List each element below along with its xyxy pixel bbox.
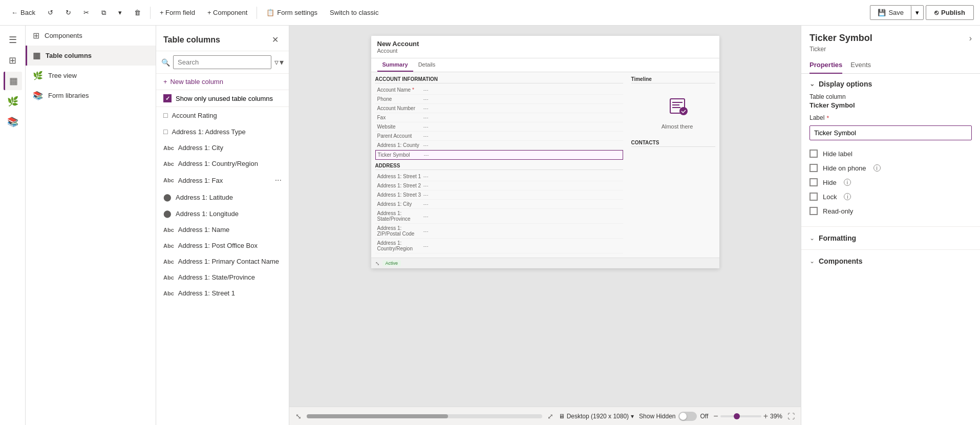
show-hidden-label: Show Hidden xyxy=(639,413,675,420)
filter-chevron-icon: ▾ xyxy=(280,57,284,67)
chevron-down-icon: ⌄ xyxy=(809,80,815,88)
delete-button[interactable]: 🗑 xyxy=(129,6,146,19)
back-button[interactable]: ← Back xyxy=(6,6,40,19)
form-left-column: ACCOUNT INFORMATION Account Name * --- P… xyxy=(371,72,627,258)
components-icon-button[interactable]: ⊞ xyxy=(4,51,22,70)
component-button[interactable]: + Component xyxy=(202,6,252,19)
row-dots: --- xyxy=(423,201,429,207)
list-item[interactable]: ⬤ Address 1: Latitude xyxy=(156,189,289,205)
read-only-option[interactable]: Read-only xyxy=(809,204,972,218)
nav-item-form-libraries[interactable]: 📚 Form libraries xyxy=(26,86,156,105)
copy-button[interactable]: ⧉ xyxy=(96,6,111,20)
row-dots: --- xyxy=(423,124,429,130)
right-panel: Ticker Symbol › Ticker Properties Events… xyxy=(801,26,980,425)
tree-view-label: Tree view xyxy=(48,72,77,79)
rp-expand-button[interactable]: › xyxy=(969,34,972,43)
save-dropdown-button[interactable]: ▾ xyxy=(911,6,923,19)
desktop-button[interactable]: 🖥 Desktop (1920 x 1080) ▾ xyxy=(559,413,634,420)
redo-button[interactable]: ↻ xyxy=(60,6,76,19)
publish-button[interactable]: ⎋ Publish xyxy=(926,5,974,20)
tc-search-bar: 🔍 ▿ ▾ xyxy=(156,51,289,74)
item-icon: Abc xyxy=(163,290,174,296)
form-footer: ⤡ Active xyxy=(371,258,719,268)
lock-checkbox[interactable] xyxy=(809,193,818,201)
hide-on-phone-option[interactable]: Hide on phone i xyxy=(809,161,972,175)
ticker-symbol-row[interactable]: Ticker Symbol --- xyxy=(375,150,623,160)
form-libraries-icon-button[interactable]: 📚 xyxy=(4,113,22,131)
hide-label-checkbox[interactable] xyxy=(809,150,818,158)
hide-option[interactable]: Hide i xyxy=(809,175,972,189)
desktop-chevron-icon: ▾ xyxy=(631,413,634,420)
horizontal-scrollbar[interactable] xyxy=(307,414,542,418)
show-unused-row[interactable]: Show only unused table columns xyxy=(156,90,289,107)
list-item[interactable]: □ Account Rating xyxy=(156,107,289,123)
row-dots: --- xyxy=(423,105,429,111)
list-item[interactable]: □ Address 1: Address Type xyxy=(156,123,289,140)
list-item[interactable]: Abc Address 1: Primary Contact Name xyxy=(156,253,289,269)
nav-item-table-columns[interactable]: ▦ Table columns xyxy=(26,46,156,66)
form-content: ACCOUNT INFORMATION Account Name * --- P… xyxy=(371,72,719,258)
tab-properties[interactable]: Properties xyxy=(809,57,842,74)
list-item[interactable]: Abc Address 1: Country/Region xyxy=(156,156,289,172)
cut-button[interactable]: ✂ xyxy=(78,6,94,19)
filter-button[interactable]: ▿ ▾ xyxy=(274,57,284,67)
form-settings-button[interactable]: 📋 Form settings xyxy=(261,6,323,19)
tree-view-icon-button[interactable]: 🌿 xyxy=(4,92,22,111)
list-item[interactable]: Abc Address 1: Post Office Box xyxy=(156,238,289,253)
more-options-icon[interactable]: ··· xyxy=(275,176,282,185)
lock-option[interactable]: Lock i xyxy=(809,189,972,204)
show-unused-checkbox[interactable] xyxy=(163,94,172,102)
read-only-checkbox[interactable] xyxy=(809,207,818,215)
redo-icon: ↻ xyxy=(66,9,71,16)
switch-classic-button[interactable]: Switch to classic xyxy=(325,6,384,19)
list-item[interactable]: Abc Address 1: Street 1 xyxy=(156,285,289,301)
hide-info-icon[interactable]: i xyxy=(844,179,851,186)
fullscreen-icon[interactable]: ⛶ xyxy=(787,412,795,420)
new-column-button[interactable]: + New table column xyxy=(156,74,289,90)
nav-item-tree-view[interactable]: 🌿 Tree view xyxy=(26,66,156,86)
list-item[interactable]: Abc Address 1: City xyxy=(156,140,289,156)
zoom-minus-button[interactable]: − xyxy=(713,412,718,421)
zoom-plus-button[interactable]: + xyxy=(763,412,768,421)
tc-close-button[interactable]: ✕ xyxy=(269,34,282,46)
undo-button[interactable]: ↺ xyxy=(42,6,58,19)
components-section[interactable]: ⌄ Components xyxy=(801,252,980,270)
tab-summary[interactable]: Summary xyxy=(377,58,413,72)
search-input[interactable] xyxy=(173,55,271,69)
hamburger-button[interactable]: ☰ xyxy=(4,31,22,49)
dropdown-button[interactable]: ▾ xyxy=(113,6,127,19)
display-options-header[interactable]: ⌄ Display options xyxy=(809,80,972,88)
list-item[interactable]: Abc Address 1: State/Province xyxy=(156,269,289,285)
hide-on-phone-checkbox[interactable] xyxy=(809,164,818,172)
formatting-section[interactable]: ⌄ Formatting xyxy=(801,229,980,247)
rp-subtitle: Ticker xyxy=(801,46,980,57)
label-input[interactable] xyxy=(809,125,972,140)
nav-item-components[interactable]: ⊞ Components xyxy=(26,26,156,46)
list-item[interactable]: Abc Address 1: Name xyxy=(156,222,289,238)
hide-checkbox[interactable] xyxy=(809,178,818,186)
resize-right-icon[interactable]: ⤢ xyxy=(547,412,553,420)
item-icon: Abc xyxy=(163,274,174,281)
lock-info-icon[interactable]: i xyxy=(844,193,851,200)
tab-details[interactable]: Details xyxy=(413,58,441,72)
list-item[interactable]: Abc Address 1: Fax ··· xyxy=(156,172,289,189)
required-asterisk: * xyxy=(826,115,829,122)
list-item[interactable]: ⬤ Address 1: Longitude xyxy=(156,205,289,222)
table-columns-icon-button[interactable]: ▦ xyxy=(4,72,22,90)
item-label: Address 1: City xyxy=(178,144,223,152)
divider xyxy=(801,249,980,250)
save-arrow-icon: ▾ xyxy=(915,9,919,16)
form-libraries-icon: 📚 xyxy=(33,91,43,100)
form-row: Address 1: State/Province --- xyxy=(375,209,623,224)
tab-events[interactable]: Events xyxy=(850,57,871,74)
svg-rect-3 xyxy=(672,107,680,108)
zoom-slider[interactable] xyxy=(720,415,761,417)
hide-label-option[interactable]: Hide label xyxy=(809,146,972,161)
row-label: Address 1: Street 2 xyxy=(377,183,423,188)
form-field-button[interactable]: + Form field xyxy=(155,6,200,19)
hide-on-phone-info-icon[interactable]: i xyxy=(874,164,881,172)
save-button[interactable]: 💾 Save xyxy=(870,6,911,19)
resize-left-icon[interactable]: ⤡ xyxy=(295,412,302,420)
row-label: Account Number xyxy=(377,105,423,111)
show-hidden-toggle[interactable] xyxy=(678,412,697,421)
